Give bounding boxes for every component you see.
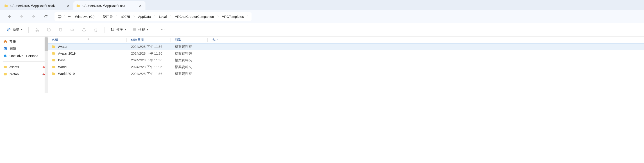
table-row[interactable]: World 20192024/2/28 下午 11:36檔案資料夾	[48, 70, 644, 77]
chevron-right-icon[interactable]	[97, 15, 100, 19]
gallery-icon	[3, 47, 7, 51]
back-button[interactable]	[4, 12, 15, 21]
new-button[interactable]: 新增 ▾	[4, 26, 25, 34]
cell-name: Avatar	[48, 45, 129, 49]
svg-rect-7	[71, 29, 74, 31]
breadcrumb-overflow[interactable]: ···	[67, 15, 73, 19]
refresh-button[interactable]	[40, 12, 51, 21]
table-row[interactable]: Base2024/2/28 下午 11:36檔案資料夾	[48, 57, 644, 64]
new-label: 新增	[12, 28, 19, 32]
breadcrumb-seg[interactable]: VRChatCreatorCompanion	[173, 13, 216, 21]
breadcrumb-seg[interactable]: 使用者	[100, 13, 115, 21]
plus-circle-icon	[7, 28, 11, 32]
sidebar-item-label: assets	[10, 65, 19, 69]
sidebar-item-home[interactable]: 常用	[0, 38, 48, 45]
breadcrumb-seg[interactable]: a0975	[119, 13, 132, 21]
delete-button[interactable]	[90, 26, 101, 34]
share-button[interactable]	[78, 26, 90, 34]
copy-button[interactable]	[44, 26, 54, 34]
table-row[interactable]: Avatar2024/2/28 下午 11:36檔案資料夾	[48, 43, 644, 50]
view-icon	[132, 28, 136, 32]
sort-button[interactable]: 排序 ▾	[108, 26, 129, 34]
forward-button[interactable]	[16, 12, 27, 21]
breadcrumb-seg[interactable]: Windows (C:)	[73, 13, 97, 21]
chevron-down-icon: ▾	[125, 28, 126, 31]
close-icon[interactable]	[138, 4, 142, 8]
chevron-right-icon[interactable]	[63, 15, 67, 19]
cell-name: Base	[48, 58, 129, 62]
folder-icon	[52, 45, 56, 49]
cell-type: 檔案資料夾	[173, 45, 210, 49]
breadcrumb-seg[interactable]: AppData	[136, 13, 153, 21]
sidebar-item-label: OneDrive - Persona	[10, 54, 38, 58]
file-list: ▲名稱 修改日期 類型 大小 Avatar2024/2/28 下午 11:36檔…	[48, 37, 644, 93]
cut-button[interactable]	[32, 26, 42, 34]
tab-strip: C:\Users\a0975\AppData\Local\ C:\Users\a…	[0, 0, 644, 10]
chevron-down-icon: ▾	[21, 28, 22, 31]
tab-title: C:\Users\a0975\AppData\Local\	[10, 4, 64, 8]
chevron-right-icon[interactable]	[246, 15, 250, 19]
chevron-right-icon[interactable]	[216, 15, 220, 19]
rename-button[interactable]	[67, 26, 78, 34]
chevron-right-icon[interactable]	[132, 15, 136, 19]
chevron-right-icon[interactable]	[115, 15, 119, 19]
sort-label: 排序	[116, 28, 123, 32]
sidebar-item-onedrive[interactable]: OneDrive - Persona	[0, 52, 48, 60]
sidebar-item-label: 常用	[10, 40, 16, 44]
table-row[interactable]: Avatar 20192024/2/28 下午 11:36檔案資料夾	[48, 50, 644, 57]
table-row[interactable]: World2024/2/28 下午 11:36檔案資料夾	[48, 64, 644, 70]
breadcrumb-seg[interactable]: VRCTemplates	[220, 13, 246, 21]
up-button[interactable]	[28, 12, 39, 21]
cell-type: 檔案資料夾	[173, 51, 210, 56]
paste-button[interactable]	[55, 26, 66, 34]
svg-point-9	[162, 29, 163, 30]
folder-icon	[4, 4, 8, 8]
file-name: Avatar	[58, 45, 68, 49]
cell-date: 2024/2/28 下午 11:36	[129, 65, 173, 69]
file-name: World	[58, 65, 67, 69]
cell-date: 2024/2/28 下午 11:36	[129, 51, 173, 56]
folder-icon	[52, 58, 56, 62]
sort-asc-icon: ▲	[87, 38, 90, 40]
sidebar-item-prefab[interactable]: prefab 📌	[0, 71, 48, 78]
sidebar: 常用 圖庫 OneDrive - Persona assets 📌 prefab…	[0, 37, 48, 93]
column-header-date[interactable]: 修改日期	[129, 38, 173, 42]
nav-bar: ··· Windows (C:) 使用者 a0975 AppData Local…	[0, 10, 644, 23]
cell-type: 檔案資料夾	[173, 65, 210, 69]
tab-1[interactable]: C:\Users\a0975\AppData\Loca	[74, 1, 146, 10]
sidebar-item-assets[interactable]: assets 📌	[0, 63, 48, 71]
file-name: World 2019	[58, 72, 75, 76]
svg-point-10	[164, 29, 164, 30]
folder-icon	[76, 4, 80, 8]
sort-icon	[110, 28, 114, 32]
cell-name: World 2019	[48, 72, 129, 76]
new-tab-button[interactable]	[146, 1, 154, 10]
svg-point-2	[36, 30, 37, 31]
close-icon[interactable]	[66, 4, 70, 8]
toolbar: 新增 ▾ 排序 ▾ 檢視 ▾	[0, 23, 644, 37]
view-button[interactable]: 檢視 ▾	[130, 26, 151, 34]
sidebar-scrollbar[interactable]	[44, 37, 48, 93]
column-header-name[interactable]: ▲名稱	[48, 38, 129, 42]
separator	[28, 27, 28, 33]
folder-icon	[52, 72, 56, 76]
sidebar-item-gallery[interactable]: 圖庫	[0, 45, 48, 52]
address-bar[interactable]: ··· Windows (C:) 使用者 a0975 AppData Local…	[54, 13, 252, 21]
folder-icon	[52, 65, 56, 69]
column-header-type[interactable]: 類型	[173, 38, 210, 42]
more-button[interactable]	[158, 26, 168, 34]
pc-icon[interactable]	[56, 15, 63, 19]
scrollbar-thumb[interactable]	[44, 37, 48, 51]
breadcrumb-seg[interactable]: Local	[157, 13, 169, 21]
chevron-down-icon: ▾	[147, 28, 148, 31]
tab-0[interactable]: C:\Users\a0975\AppData\Local\	[1, 1, 74, 10]
svg-point-8	[161, 29, 162, 30]
chevron-right-icon[interactable]	[169, 15, 173, 19]
column-header-size[interactable]: 大小	[210, 38, 235, 42]
cell-type: 檔案資料夾	[173, 72, 210, 76]
onedrive-icon	[3, 54, 7, 58]
folder-icon	[3, 72, 7, 76]
chevron-right-icon[interactable]	[153, 15, 157, 19]
sidebar-item-label: 圖庫	[10, 47, 16, 51]
separator	[104, 27, 104, 33]
